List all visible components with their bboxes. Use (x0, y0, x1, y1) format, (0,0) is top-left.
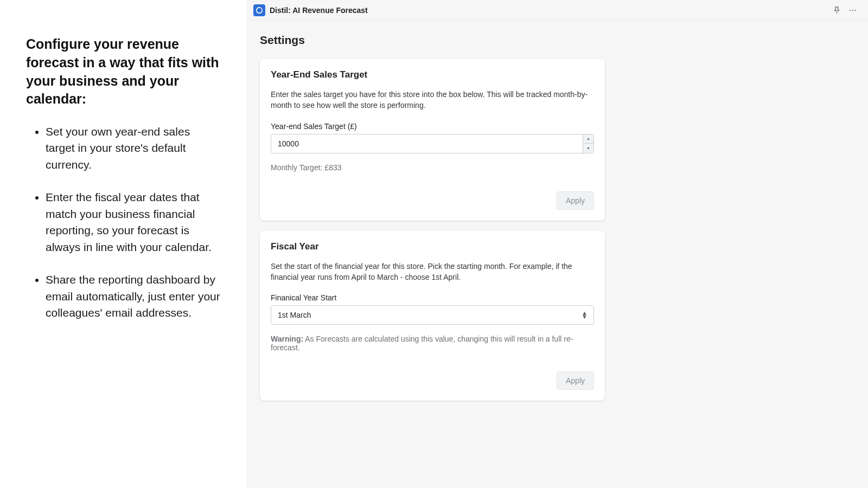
card-description: Set the start of the financial year for … (271, 261, 594, 283)
sales-target-label: Year-end Sales Target (£) (271, 122, 594, 131)
app-header: Distil: AI Revenue Forecast (247, 0, 868, 21)
settings-content: Settings Year-End Sales Target Enter the… (247, 21, 868, 488)
fiscal-year-card: Fiscal Year Set the start of the financi… (260, 230, 605, 401)
app-title: Distil: AI Revenue Forecast (270, 6, 368, 15)
year-end-target-card: Year-End Sales Target Enter the sales ta… (260, 59, 605, 221)
marketing-bullet: Share the reporting dashboard by email a… (46, 272, 221, 321)
apply-button[interactable]: Apply (557, 191, 594, 210)
app-logo-icon (253, 4, 265, 16)
apply-button[interactable]: Apply (557, 371, 594, 390)
page-title: Settings (260, 34, 858, 47)
warning-label: Warning: (271, 335, 303, 343)
svg-point-3 (855, 9, 856, 10)
marketing-bullet: Enter the fiscal year dates that match y… (46, 189, 221, 255)
card-title: Year-End Sales Target (271, 69, 594, 80)
card-description: Enter the sales target you have for this… (271, 89, 594, 111)
fiscal-year-value: 1st March (278, 311, 311, 319)
marketing-sidebar: Configure your revenue forecast in a way… (0, 0, 247, 488)
svg-point-2 (852, 9, 853, 10)
svg-point-1 (850, 9, 851, 10)
warning-body: As Forecasts are calculated using this v… (271, 335, 573, 352)
stepper-up-icon[interactable]: ▲ (583, 134, 593, 144)
more-icon[interactable] (848, 6, 857, 15)
app-frame: Distil: AI Revenue Forecast Settings Yea… (247, 0, 868, 488)
fiscal-year-label: Finanical Year Start (271, 293, 594, 302)
stepper-down-icon[interactable]: ▼ (583, 144, 593, 153)
fiscal-year-select[interactable]: 1st March (271, 305, 594, 325)
marketing-heading: Configure your revenue forecast in a way… (26, 35, 221, 108)
monthly-target-text: Monthly Target: £833 (271, 163, 594, 172)
marketing-bullet-list: Set your own year-end sales target in yo… (26, 124, 221, 321)
card-title: Fiscal Year (271, 241, 594, 252)
pin-icon[interactable] (833, 6, 841, 14)
marketing-bullet: Set your own year-end sales target in yo… (46, 124, 221, 173)
sales-target-input[interactable] (271, 134, 594, 153)
fiscal-warning: Warning: As Forecasts are calculated usi… (271, 335, 594, 352)
